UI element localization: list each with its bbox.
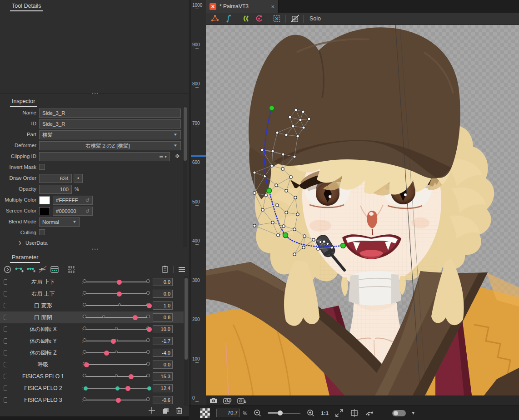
- mesh-vertex[interactable]: [253, 171, 256, 174]
- parameter-row[interactable]: 左眉 上下 : 0.0: [0, 276, 184, 288]
- mesh-vertex[interactable]: [261, 148, 264, 151]
- camera-export-icon[interactable]: [237, 397, 246, 404]
- canvas-frame-icon[interactable]: [350, 409, 359, 417]
- collapse-chevron-icon[interactable]: ❯: [18, 241, 22, 245]
- screen-color-swatch[interactable]: [39, 207, 50, 215]
- reset-icon[interactable]: ↺: [85, 196, 90, 204]
- culling-checkbox[interactable]: [39, 229, 45, 235]
- draw-order-button[interactable]: •: [74, 174, 83, 183]
- parameter-row[interactable]: FISICA PELO 2 : 12.4: [0, 382, 184, 394]
- fit-view-icon[interactable]: [335, 409, 344, 417]
- param-value-input[interactable]: -4.0: [153, 349, 173, 357]
- mesh-vertex[interactable]: [282, 153, 284, 156]
- mesh-vertex[interactable]: [302, 246, 305, 249]
- clipping-id-input[interactable]: ☰ ▾: [39, 152, 170, 161]
- mesh-vertex[interactable]: [292, 125, 294, 128]
- actual-size-button[interactable]: 1:1: [321, 410, 329, 416]
- menu-icon[interactable]: [177, 265, 186, 273]
- model-viewport[interactable]: [206, 25, 519, 395]
- mesh-vertex[interactable]: [285, 211, 288, 214]
- mesh-vertex[interactable]: [289, 176, 292, 178]
- parameter-scrollbar[interactable]: [184, 276, 188, 406]
- close-icon[interactable]: ×: [271, 3, 274, 10]
- param-value-input[interactable]: -0.6: [153, 396, 173, 404]
- param-slider[interactable]: [85, 323, 149, 335]
- param-value-input[interactable]: 12.4: [153, 384, 173, 392]
- transform-box-icon[interactable]: [272, 15, 281, 23]
- curve-control-point[interactable]: [269, 106, 274, 111]
- parameter-row[interactable]: 呼吸 : 0.0: [0, 359, 184, 371]
- mesh-vertex[interactable]: [270, 164, 273, 167]
- parameter-row[interactable]: 口 変形 : 1.0: [0, 300, 184, 311]
- inspector-scrollbar[interactable]: [183, 106, 187, 247]
- mesh-vertex[interactable]: [294, 196, 297, 199]
- invert-mask-checkbox[interactable]: [39, 164, 45, 170]
- parameter-row[interactable]: 体の回転 Y : -1.7: [0, 335, 184, 347]
- param-value-input[interactable]: 15.3: [153, 372, 173, 380]
- reset-view-icon[interactable]: [365, 410, 374, 417]
- param-value-input[interactable]: -1.7: [153, 337, 173, 345]
- mesh-vertex[interactable]: [296, 135, 299, 138]
- parameter-row[interactable]: 体の回転 Z : -4.0: [0, 347, 184, 359]
- param-slider[interactable]: [85, 311, 149, 323]
- multiply-color-swatch[interactable]: [39, 196, 50, 204]
- expand-all-icon[interactable]: [3, 265, 12, 273]
- mesh-vertex[interactable]: [276, 204, 279, 207]
- mesh-vertex[interactable]: [294, 109, 297, 111]
- delete-icon[interactable]: [176, 407, 183, 414]
- grid-toggle-icon[interactable]: [290, 15, 299, 23]
- param-slider[interactable]: [85, 276, 149, 288]
- param-value-input[interactable]: 0.0: [153, 278, 173, 286]
- screen-color-input[interactable]: #000000↺: [53, 207, 93, 216]
- mesh-vertex[interactable]: [302, 126, 305, 129]
- param-slider[interactable]: [85, 300, 149, 311]
- multiply-color-input[interactable]: #FFFFFF↺: [53, 196, 93, 205]
- list-dropdown-icon[interactable]: ☰ ▾: [159, 153, 167, 161]
- mesh-vertex[interactable]: [293, 155, 296, 158]
- mesh-vertex[interactable]: [253, 224, 256, 227]
- mesh-vertex[interactable]: [317, 247, 319, 250]
- curve-control-point[interactable]: [267, 188, 272, 193]
- curve-control-point[interactable]: [283, 233, 288, 238]
- param-value-input[interactable]: 1.0: [153, 301, 173, 310]
- document-tab[interactable]: ✕ * PaimaVT3 ×: [206, 0, 279, 13]
- brush-tool-icon[interactable]: [241, 15, 250, 23]
- target-picker-icon[interactable]: ✥: [173, 152, 182, 161]
- mesh-vertex[interactable]: [261, 208, 264, 211]
- mesh-vertex[interactable]: [293, 228, 296, 231]
- zoom-slider[interactable]: [268, 410, 300, 416]
- zoom-value-input[interactable]: 70.7: [216, 409, 240, 417]
- grid-dots-icon[interactable]: [67, 265, 76, 273]
- add-parameter-icon[interactable]: [148, 407, 155, 414]
- param-slider[interactable]: [85, 288, 149, 300]
- param-value-input[interactable]: 0.0: [153, 361, 173, 369]
- mesh-vertex[interactable]: [282, 225, 285, 227]
- param-slider[interactable]: [85, 347, 149, 359]
- remove-keypoint-icon[interactable]: [38, 265, 47, 273]
- zoom-out-icon[interactable]: [254, 409, 261, 417]
- mesh-vertex[interactable]: [281, 168, 284, 170]
- clipboard-icon[interactable]: [160, 265, 170, 273]
- mesh-vertex[interactable]: [323, 240, 325, 243]
- panel-splitter[interactable]: •••: [90, 247, 101, 252]
- mesh-edit-tool-icon[interactable]: [210, 15, 220, 23]
- parameter-row[interactable]: 体の回転 X : 10.0: [0, 323, 184, 335]
- mesh-vertex[interactable]: [285, 189, 288, 192]
- zoom-in-icon[interactable]: [307, 409, 314, 417]
- keyform-editor-icon[interactable]: [50, 265, 59, 273]
- id-input[interactable]: Side_3_R: [39, 119, 181, 128]
- mesh-vertex[interactable]: [296, 213, 299, 216]
- mesh-vertex[interactable]: [264, 194, 267, 197]
- mesh-vertex[interactable]: [275, 184, 278, 187]
- param-slider[interactable]: [85, 371, 149, 382]
- mesh-vertex[interactable]: [289, 116, 291, 119]
- param-slider[interactable]: [85, 335, 149, 347]
- parameter-row[interactable]: FISICAS PELO 1 : 15.3: [0, 371, 184, 382]
- param-slider[interactable]: [85, 359, 149, 371]
- camera-history-icon[interactable]: [223, 397, 232, 404]
- mesh-vertex[interactable]: [271, 221, 274, 224]
- mesh-vertex[interactable]: [276, 131, 279, 134]
- background-color-swatch[interactable]: [200, 408, 210, 418]
- mesh-vertex[interactable]: [293, 253, 296, 256]
- draw-order-input[interactable]: 634: [39, 174, 72, 183]
